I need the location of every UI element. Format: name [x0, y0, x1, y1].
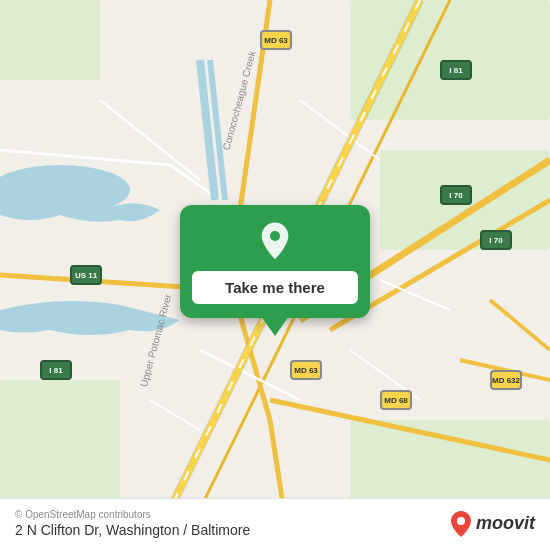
svg-point-36	[457, 517, 465, 525]
shield-md632: MD 632	[490, 370, 522, 390]
shield-i81_bottom_left: I 81	[40, 360, 72, 380]
shield-i70_right: I 70	[440, 185, 472, 205]
shield-i81_top_right: I 81	[440, 60, 472, 80]
shield-md63_top: MD 63	[260, 30, 292, 50]
shield-i70_right2: I 70	[480, 230, 512, 250]
svg-line-18	[490, 300, 550, 350]
svg-rect-4	[0, 380, 120, 500]
svg-line-22	[100, 100, 200, 180]
take-me-there-button[interactable]: Take me there	[192, 271, 358, 304]
map-container: Conococheague Creek Upper Potomac River …	[0, 0, 550, 550]
bottom-left: © OpenStreetMap contributors 2 N Clifton…	[15, 509, 250, 538]
bottom-bar: © OpenStreetMap contributors 2 N Clifton…	[0, 498, 550, 550]
location-pin-icon	[255, 221, 295, 261]
moovit-logo: moovit	[450, 510, 535, 538]
svg-line-20	[0, 150, 170, 165]
svg-line-24	[150, 400, 200, 430]
svg-rect-1	[0, 0, 100, 80]
shield-md63_bottom: MD 63	[290, 360, 322, 380]
moovit-text: moovit	[476, 513, 535, 534]
svg-point-35	[270, 231, 280, 241]
address-text: 2 N Clifton Dr, Washington / Baltimore	[15, 522, 250, 538]
popup-card: Take me there	[180, 205, 370, 318]
shield-us11_left: US 11	[70, 265, 102, 285]
copyright-text: © OpenStreetMap contributors	[15, 509, 250, 520]
shield-md68: MD 68	[380, 390, 412, 410]
moovit-pin-icon	[450, 510, 472, 538]
